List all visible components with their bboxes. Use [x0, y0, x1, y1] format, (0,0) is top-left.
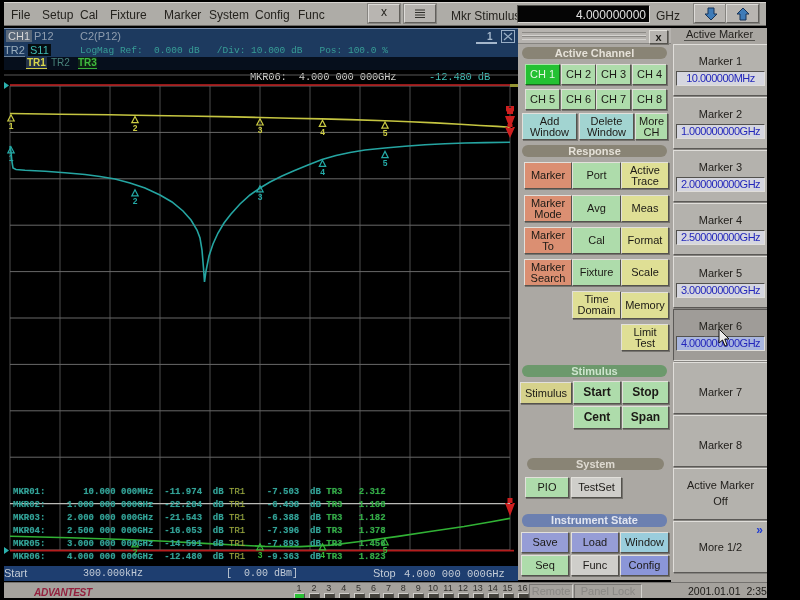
svg-text:5: 5	[383, 128, 388, 138]
svg-text:3: 3	[258, 192, 263, 202]
svg-text:1: 1	[9, 121, 14, 131]
svg-text:3: 3	[258, 125, 263, 135]
svg-text:4: 4	[320, 127, 325, 137]
svg-text:2: 2	[133, 123, 138, 133]
svg-text:2: 2	[133, 196, 138, 206]
svg-text:5: 5	[383, 158, 388, 168]
svg-text:4: 4	[320, 167, 325, 177]
svg-text:1: 1	[9, 153, 14, 163]
